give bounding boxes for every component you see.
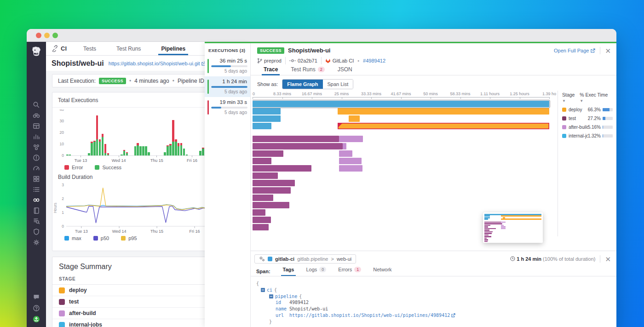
sidebar-item-notebooks[interactable] (27, 205, 46, 216)
flame-span-blue[interactable] (253, 123, 271, 129)
json-url-link[interactable]: https://gitlab.shopist.io/Shopist/web-ui… (289, 312, 455, 319)
legend-exectime-sort[interactable]: % Exec Time ▼ (580, 92, 613, 103)
minimize-window-button[interactable] (44, 33, 50, 38)
flame-span-purple[interactable] (253, 224, 269, 230)
datadog-logo-icon[interactable] (30, 46, 43, 58)
repo-link[interactable]: https://gitlab.shopist.io/Shopist/web-ui… (109, 61, 205, 66)
sidebar-item-metrics[interactable] (27, 131, 46, 142)
flame-span-purple[interactable] (253, 158, 271, 164)
collapse-toggle-icon[interactable] (269, 294, 273, 298)
close-span-panel-icon[interactable]: ✕ (605, 256, 611, 263)
maximize-window-button[interactable] (52, 33, 58, 38)
sidebar-item-chat[interactable] (27, 292, 46, 303)
view-button-span-list[interactable]: Span List (323, 80, 353, 89)
sidebar-item-search[interactable] (27, 99, 46, 110)
panel-pipeline-id-link[interactable]: #4989412 (363, 58, 385, 63)
sidebar-item-apm[interactable] (27, 163, 46, 173)
execution-item-3[interactable]: 19 min 33 s5 days ago (205, 97, 250, 118)
execution-item-1[interactable]: 36 min 25 s5 days ago (205, 56, 250, 76)
stage-row-after-build[interactable]: after-build (52, 308, 205, 319)
flame-span-purple[interactable] (253, 172, 278, 179)
legend-stage-after-build[interactable]: after-build5.16% (562, 125, 613, 130)
stage-row-deploy[interactable]: deploy (52, 285, 205, 296)
close-panel-icon[interactable]: ✕ (605, 47, 611, 54)
open-full-page-link[interactable]: Open Full Page (554, 48, 595, 53)
sidebar-item-help[interactable] (27, 303, 46, 314)
dashboards-icon (33, 122, 40, 130)
view-button-flame-graph[interactable]: Flame Graph (282, 80, 322, 89)
legend-stage-test[interactable]: test27.2% (562, 116, 613, 121)
external-link-icon (201, 61, 205, 66)
legend-p95[interactable]: p95 (121, 235, 137, 241)
flame-span-orange[interactable] (349, 115, 360, 122)
nav-tab-test-runs[interactable]: Test Runs (106, 42, 151, 55)
flame-span-blue[interactable] (253, 108, 281, 115)
ci-brand[interactable]: CI (46, 42, 73, 55)
minimap-span (502, 223, 502, 224)
flame-span-lilac[interactable] (343, 143, 346, 149)
flame-span-purple[interactable] (253, 143, 343, 149)
legend-error[interactable]: Error (64, 165, 83, 170)
flame-span-lilac[interactable] (339, 165, 362, 172)
flame-span-blue[interactable] (253, 101, 549, 107)
sidebar-item-settings[interactable] (27, 237, 46, 247)
execution-item-2[interactable]: 1 h 24 min5 days ago (205, 76, 250, 97)
panel-tab-test-runs[interactable]: Test Runs2 (284, 63, 331, 75)
sidebar-item-upgrade[interactable] (27, 314, 46, 325)
sidebar-item-service-map[interactable] (27, 142, 46, 152)
sidebar-item-monitors[interactable] (27, 152, 46, 163)
legend-stage-deploy[interactable]: deploy66.3% (562, 107, 613, 112)
panel-tab-trace[interactable]: Trace (257, 63, 284, 75)
nav-tab-pipelines[interactable]: Pipelines (151, 42, 196, 55)
total-executions-chart[interactable]: 010203040Tue 13Wed 14Thu 15Fri 16 (52, 109, 205, 164)
nav-tab-tests[interactable]: Tests (73, 42, 106, 55)
flame-span-purple[interactable] (253, 165, 311, 172)
legend-stage-sort[interactable]: Stage ▼ (562, 92, 580, 103)
flame-span-lilac[interactable] (339, 158, 362, 164)
span-tab-errors[interactable]: Errors1 (332, 267, 367, 275)
flame-span-purple[interactable] (253, 150, 283, 157)
flame-span-blue[interactable] (253, 115, 281, 122)
span-breadcrumb-chip[interactable]: gitlab-ci gitlab.pipeline > web-ui (254, 254, 356, 264)
flame-span-purple[interactable] (253, 195, 273, 201)
flame-span-purple[interactable] (253, 217, 271, 223)
flame-span-purple[interactable] (253, 202, 289, 208)
flame-span-purple[interactable] (253, 187, 291, 194)
flame-row (253, 187, 549, 194)
legend-success[interactable]: Success (95, 165, 121, 170)
panel-tab-json[interactable]: JSON (331, 63, 359, 75)
svg-text:0: 0 (62, 224, 64, 229)
nav-tab-pipeline-exec[interactable]: Pipeline Exec (196, 42, 205, 55)
stage-row-internal-jobs[interactable]: internal-jobs (52, 319, 205, 327)
close-window-button[interactable] (36, 33, 41, 38)
sidebar-item-ci[interactable] (27, 195, 46, 205)
span-tab-logs[interactable]: Logs0 (300, 267, 332, 275)
last-execution-time: 4 minutes ago (134, 78, 169, 84)
sidebar-item-watchdog[interactable] (27, 110, 46, 120)
flame-span-orange[interactable] (338, 123, 549, 129)
flame-minimap[interactable] (483, 212, 543, 243)
legend-max[interactable]: max (64, 235, 81, 241)
flame-span-purple[interactable] (253, 180, 295, 186)
flame-span-purple[interactable] (253, 136, 339, 142)
flame-span-orange[interactable] (338, 108, 549, 115)
pipeline-header: Shopist/web-ui https://gitlab.shopist.io… (46, 56, 205, 71)
stage-row-test[interactable]: test (52, 296, 205, 308)
flame-span-purple[interactable] (253, 209, 265, 216)
sidebar-item-lists[interactable] (27, 184, 46, 195)
panel-provider[interactable]: GitLab CI (325, 58, 354, 63)
span-tab-network[interactable]: Network (367, 267, 397, 275)
collapse-toggle-icon[interactable] (261, 288, 265, 292)
build-duration-chart[interactable]: 0123HoursTue 13Wed 14Thu 15Fri 16 (52, 182, 205, 235)
legend-p50[interactable]: p50 (93, 235, 109, 241)
flame-span-lilac[interactable] (339, 150, 352, 157)
flame-span-lilac[interactable] (339, 136, 363, 142)
sidebar-item-log-explorer[interactable] (27, 216, 46, 226)
sidebar-item-dashboards[interactable] (27, 120, 46, 131)
legend-stage-internal-jobs[interactable]: internal-jobs1.32% (562, 133, 613, 138)
sidebar-item-security[interactable] (27, 226, 46, 237)
span-tab-tags[interactable]: Tags (277, 267, 300, 275)
sidebar-item-infrastructure[interactable] (27, 173, 46, 184)
axis-tick-label: 1.25 hours (510, 92, 529, 96)
window-titlebar[interactable] (27, 29, 616, 42)
